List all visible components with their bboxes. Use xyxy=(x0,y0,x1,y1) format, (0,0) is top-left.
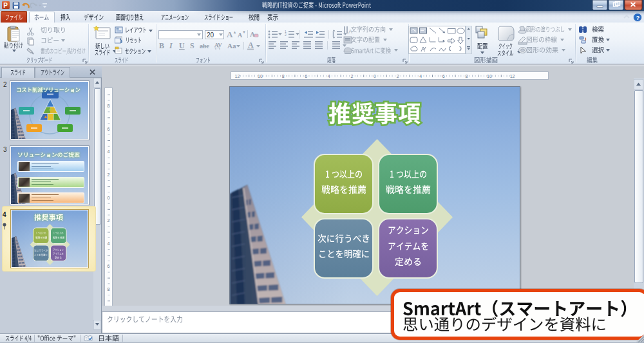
svg-text:I: I xyxy=(169,41,173,50)
svg-text:2: 2 xyxy=(397,74,399,79)
svg-text:P: P xyxy=(3,2,8,9)
svg-text:AV: AV xyxy=(214,42,222,48)
svg-text:8: 8 xyxy=(108,287,110,292)
svg-text:A: A xyxy=(250,30,255,38)
svg-text:4: 4 xyxy=(108,149,110,154)
svg-text:4: 4 xyxy=(419,74,422,79)
svg-text:A: A xyxy=(227,30,233,39)
svg-text:?: ? xyxy=(636,14,640,21)
svg-text:2: 2 xyxy=(108,218,110,223)
svg-text:12: 12 xyxy=(235,74,240,79)
svg-text:8: 8 xyxy=(282,74,285,79)
svg-text:2: 2 xyxy=(350,74,353,79)
svg-text:2: 2 xyxy=(285,33,287,37)
svg-text:6: 6 xyxy=(108,264,110,268)
svg-text:abc: abc xyxy=(200,42,210,50)
svg-text:12: 12 xyxy=(510,74,515,79)
svg-text:10: 10 xyxy=(258,74,263,79)
svg-text:Aa: Aa xyxy=(227,42,236,50)
svg-text:2: 2 xyxy=(108,172,110,177)
svg-text:0: 0 xyxy=(374,74,376,79)
svg-text:A: A xyxy=(248,41,254,50)
svg-text:10: 10 xyxy=(487,74,492,79)
svg-text:4: 4 xyxy=(328,74,330,79)
svg-text:▲: ▲ xyxy=(233,30,237,34)
svg-text:6: 6 xyxy=(442,74,445,79)
svg-text:8: 8 xyxy=(108,104,110,108)
svg-text:4: 4 xyxy=(108,241,110,246)
svg-text:S: S xyxy=(190,41,194,50)
svg-text:B: B xyxy=(159,41,164,50)
svg-text:6: 6 xyxy=(108,127,110,131)
svg-text:6: 6 xyxy=(305,74,307,79)
svg-text:8: 8 xyxy=(465,74,468,79)
svg-text:U: U xyxy=(179,41,185,50)
svg-text:▼: ▼ xyxy=(242,30,246,34)
svg-text:0: 0 xyxy=(108,196,110,200)
